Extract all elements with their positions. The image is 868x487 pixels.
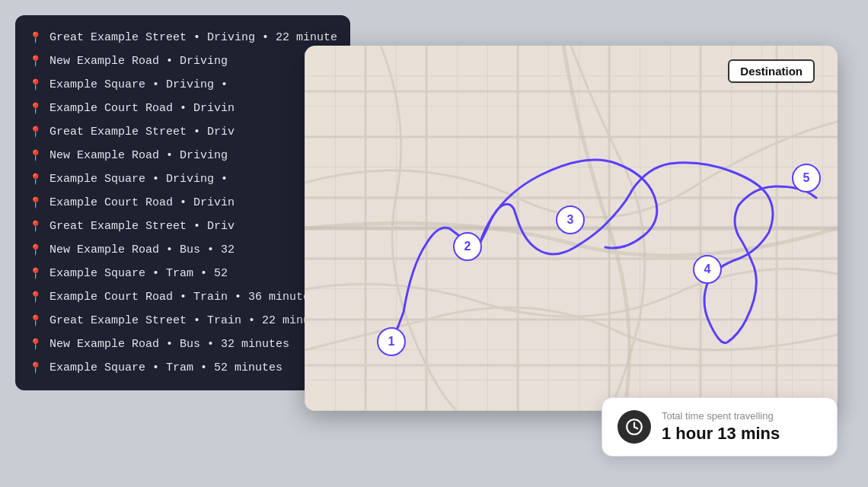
- time-label: Total time spent travelling: [662, 410, 780, 422]
- route-text: Great Example Street • Driv: [49, 220, 235, 233]
- route-list-panel: 📍Great Example Street • Driving • 22 min…: [15, 15, 350, 390]
- clock-icon: [617, 410, 651, 444]
- route-text: Example Court Road • Train • 36 minutes: [49, 291, 317, 304]
- route-text: Example Square • Tram • 52: [49, 267, 228, 280]
- waypoint-2: 2: [453, 232, 482, 261]
- pin-icon: 📍: [29, 361, 42, 374]
- route-item[interactable]: 📍New Example Road • Bus • 32 minutes: [15, 333, 350, 356]
- route-item[interactable]: 📍Example Square • Tram • 52 minutes: [15, 356, 350, 380]
- route-text: New Example Road • Bus • 32: [49, 244, 235, 256]
- route-item[interactable]: 📍New Example Road • Driving: [15, 144, 350, 167]
- pin-icon: 📍: [29, 267, 42, 280]
- route-item[interactable]: 📍Example Square • Tram • 52: [15, 262, 350, 285]
- pin-icon: 📍: [29, 126, 42, 138]
- route-item[interactable]: 📍Example Court Road • Train • 36 minutes: [15, 285, 350, 309]
- pin-icon: 📍: [29, 173, 42, 186]
- pin-icon: 📍: [29, 31, 42, 44]
- main-scene: 📍Great Example Street • Driving • 22 min…: [15, 15, 853, 472]
- time-value: 1 hour 13 mins: [662, 424, 780, 444]
- waypoint-5: 5: [792, 164, 821, 193]
- route-item[interactable]: 📍Example Square • Driving •: [15, 167, 350, 191]
- map-panel: Destination 1 2 3 4 5: [305, 46, 838, 411]
- route-text: Example Square • Driving •: [49, 78, 228, 91]
- pin-icon: 📍: [29, 102, 42, 115]
- route-item[interactable]: 📍New Example Road • Driving: [15, 49, 350, 73]
- route-text: Example Court Road • Drivin: [49, 196, 235, 209]
- route-item[interactable]: 📍New Example Road • Bus • 32: [15, 238, 350, 262]
- route-text: Great Example Street • Train • 22 minute…: [49, 314, 330, 327]
- pin-icon: 📍: [29, 291, 42, 304]
- route-item[interactable]: 📍Great Example Street • Driving • 22 min…: [15, 26, 350, 49]
- pin-icon: 📍: [29, 196, 42, 209]
- route-text: New Example Road • Driving: [49, 149, 228, 162]
- route-item[interactable]: 📍Example Court Road • Drivin: [15, 97, 350, 120]
- pin-icon: 📍: [29, 338, 42, 351]
- pin-icon: 📍: [29, 78, 42, 91]
- route-text: Example Square • Tram • 52 minutes: [49, 361, 282, 374]
- pin-icon: 📍: [29, 314, 42, 327]
- pin-icon: 📍: [29, 244, 42, 256]
- time-info: Total time spent travelling 1 hour 13 mi…: [662, 410, 780, 444]
- pin-icon: 📍: [29, 55, 42, 68]
- route-item[interactable]: 📍Great Example Street • Driv: [15, 215, 350, 238]
- route-text: Great Example Street • Driving • 22 minu…: [49, 31, 337, 44]
- waypoint-1: 1: [377, 327, 406, 356]
- map-background: Destination 1 2 3 4 5: [305, 46, 838, 411]
- waypoint-3: 3: [556, 205, 585, 234]
- route-item[interactable]: 📍Example Square • Driving •: [15, 73, 350, 97]
- time-card: Total time spent travelling 1 hour 13 mi…: [602, 397, 838, 457]
- route-text: New Example Road • Bus • 32 minutes: [49, 338, 289, 351]
- pin-icon: 📍: [29, 220, 42, 233]
- route-text: New Example Road • Driving: [49, 55, 228, 68]
- destination-label: Destination: [728, 59, 815, 83]
- waypoint-4: 4: [693, 255, 722, 284]
- route-text: Great Example Street • Driv: [49, 126, 235, 138]
- route-item[interactable]: 📍Great Example Street • Train • 22 minut…: [15, 309, 350, 333]
- route-text: Example Square • Driving •: [49, 173, 228, 186]
- route-item[interactable]: 📍Great Example Street • Driv: [15, 120, 350, 144]
- route-item[interactable]: 📍Example Court Road • Drivin: [15, 191, 350, 215]
- pin-icon: 📍: [29, 149, 42, 162]
- route-text: Example Court Road • Drivin: [49, 102, 235, 115]
